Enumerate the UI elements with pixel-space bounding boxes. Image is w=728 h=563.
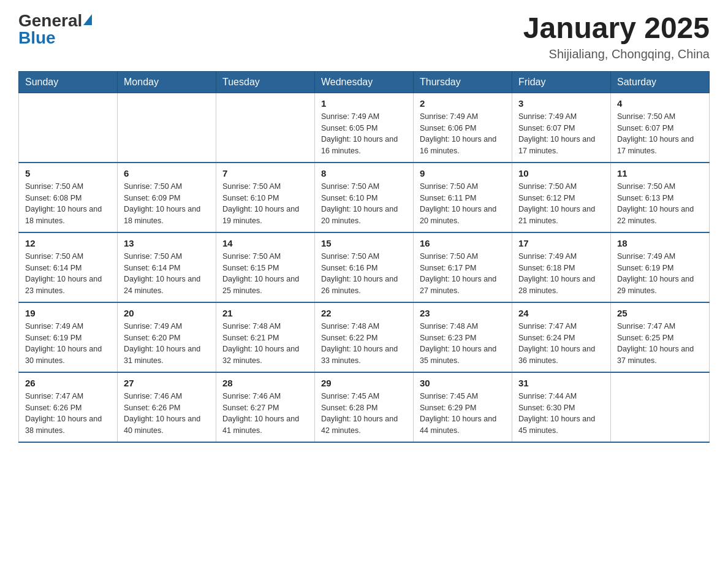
day-number: 7: [222, 168, 308, 178]
sun-info: Sunrise: 7:50 AMSunset: 6:15 PMDaylight:…: [222, 251, 308, 297]
table-row: [19, 93, 118, 163]
table-row: 8Sunrise: 7:50 AMSunset: 6:10 PMDaylight…: [315, 163, 414, 232]
sun-info: Sunrise: 7:50 AMSunset: 6:08 PMDaylight:…: [25, 181, 111, 227]
calendar-week-5: 26Sunrise: 7:47 AMSunset: 6:26 PMDayligh…: [19, 372, 710, 442]
sun-info: Sunrise: 7:47 AMSunset: 6:26 PMDaylight:…: [25, 391, 111, 437]
sun-info: Sunrise: 7:50 AMSunset: 6:11 PMDaylight:…: [420, 181, 506, 227]
table-row: 7Sunrise: 7:50 AMSunset: 6:10 PMDaylight…: [216, 163, 315, 232]
header-monday: Monday: [118, 71, 216, 93]
sun-info: Sunrise: 7:50 AMSunset: 6:09 PMDaylight:…: [124, 181, 210, 227]
sun-info: Sunrise: 7:49 AMSunset: 6:05 PMDaylight:…: [321, 111, 407, 157]
day-number: 1: [321, 98, 407, 109]
sun-info: Sunrise: 7:46 AMSunset: 6:26 PMDaylight:…: [124, 391, 210, 437]
day-number: 16: [420, 238, 506, 248]
day-number: 18: [617, 238, 703, 248]
day-number: 8: [321, 168, 407, 178]
sun-info: Sunrise: 7:49 AMSunset: 6:19 PMDaylight:…: [617, 251, 703, 297]
day-number: 3: [518, 98, 604, 109]
day-number: 27: [124, 378, 210, 388]
day-number: 4: [617, 98, 703, 109]
table-row: 2Sunrise: 7:49 AMSunset: 6:06 PMDaylight…: [414, 93, 512, 163]
table-row: 15Sunrise: 7:50 AMSunset: 6:16 PMDayligh…: [315, 232, 414, 302]
sun-info: Sunrise: 7:50 AMSunset: 6:14 PMDaylight:…: [25, 251, 111, 297]
table-row: 6Sunrise: 7:50 AMSunset: 6:09 PMDaylight…: [118, 163, 216, 232]
calendar-week-4: 19Sunrise: 7:49 AMSunset: 6:19 PMDayligh…: [19, 302, 710, 372]
sun-info: Sunrise: 7:47 AMSunset: 6:24 PMDaylight:…: [518, 321, 604, 367]
day-number: 6: [124, 168, 210, 178]
logo-blue-text: Blue: [18, 28, 56, 47]
table-row: 4Sunrise: 7:50 AMSunset: 6:07 PMDaylight…: [611, 93, 710, 163]
table-row: 21Sunrise: 7:48 AMSunset: 6:21 PMDayligh…: [216, 302, 315, 372]
day-number: 21: [222, 308, 308, 318]
logo: General Blue: [18, 12, 92, 47]
day-number: 29: [321, 378, 407, 388]
day-number: 10: [518, 168, 604, 178]
month-title: January 2025: [523, 12, 710, 45]
day-number: 28: [222, 378, 308, 388]
sun-info: Sunrise: 7:50 AMSunset: 6:07 PMDaylight:…: [617, 111, 703, 157]
table-row: 1Sunrise: 7:49 AMSunset: 6:05 PMDaylight…: [315, 93, 414, 163]
sun-info: Sunrise: 7:48 AMSunset: 6:21 PMDaylight:…: [222, 321, 308, 367]
day-number: 22: [321, 308, 407, 318]
table-row: [216, 93, 315, 163]
table-row: 18Sunrise: 7:49 AMSunset: 6:19 PMDayligh…: [611, 232, 710, 302]
table-row: 16Sunrise: 7:50 AMSunset: 6:17 PMDayligh…: [414, 232, 512, 302]
day-number: 14: [222, 238, 308, 248]
table-row: 13Sunrise: 7:50 AMSunset: 6:14 PMDayligh…: [118, 232, 216, 302]
day-number: 15: [321, 238, 407, 248]
day-number: 11: [617, 168, 703, 178]
calendar-header-row: Sunday Monday Tuesday Wednesday Thursday…: [19, 71, 710, 93]
table-row: 30Sunrise: 7:45 AMSunset: 6:29 PMDayligh…: [414, 372, 512, 442]
table-row: 11Sunrise: 7:50 AMSunset: 6:13 PMDayligh…: [611, 163, 710, 232]
title-block: January 2025 Shijialiang, Chongqing, Chi…: [523, 12, 710, 61]
sun-info: Sunrise: 7:47 AMSunset: 6:25 PMDaylight:…: [617, 321, 703, 367]
sun-info: Sunrise: 7:50 AMSunset: 6:13 PMDaylight:…: [617, 181, 703, 227]
sun-info: Sunrise: 7:46 AMSunset: 6:27 PMDaylight:…: [222, 391, 308, 437]
calendar-week-2: 5Sunrise: 7:50 AMSunset: 6:08 PMDaylight…: [19, 163, 710, 232]
table-row: 27Sunrise: 7:46 AMSunset: 6:26 PMDayligh…: [118, 372, 216, 442]
page-header: General Blue January 2025 Shijialiang, C…: [18, 12, 710, 61]
sun-info: Sunrise: 7:45 AMSunset: 6:29 PMDaylight:…: [420, 391, 506, 437]
table-row: 31Sunrise: 7:44 AMSunset: 6:30 PMDayligh…: [512, 372, 611, 442]
sun-info: Sunrise: 7:49 AMSunset: 6:06 PMDaylight:…: [420, 111, 506, 157]
day-number: 31: [518, 378, 604, 388]
day-number: 30: [420, 378, 506, 388]
table-row: 24Sunrise: 7:47 AMSunset: 6:24 PMDayligh…: [512, 302, 611, 372]
table-row: 26Sunrise: 7:47 AMSunset: 6:26 PMDayligh…: [19, 372, 118, 442]
table-row: 19Sunrise: 7:49 AMSunset: 6:19 PMDayligh…: [19, 302, 118, 372]
day-number: 19: [25, 308, 111, 318]
sun-info: Sunrise: 7:45 AMSunset: 6:28 PMDaylight:…: [321, 391, 407, 437]
table-row: 3Sunrise: 7:49 AMSunset: 6:07 PMDaylight…: [512, 93, 611, 163]
day-number: 13: [124, 238, 210, 248]
table-row: 12Sunrise: 7:50 AMSunset: 6:14 PMDayligh…: [19, 232, 118, 302]
table-row: 22Sunrise: 7:48 AMSunset: 6:22 PMDayligh…: [315, 302, 414, 372]
table-row: [118, 93, 216, 163]
calendar-table: Sunday Monday Tuesday Wednesday Thursday…: [18, 71, 710, 443]
day-number: 23: [420, 308, 506, 318]
table-row: 14Sunrise: 7:50 AMSunset: 6:15 PMDayligh…: [216, 232, 315, 302]
day-number: 20: [124, 308, 210, 318]
table-row: 29Sunrise: 7:45 AMSunset: 6:28 PMDayligh…: [315, 372, 414, 442]
table-row: 10Sunrise: 7:50 AMSunset: 6:12 PMDayligh…: [512, 163, 611, 232]
day-number: 26: [25, 378, 111, 388]
sun-info: Sunrise: 7:50 AMSunset: 6:17 PMDaylight:…: [420, 251, 506, 297]
sun-info: Sunrise: 7:50 AMSunset: 6:10 PMDaylight:…: [222, 181, 308, 227]
day-number: 5: [25, 168, 111, 178]
table-row: 17Sunrise: 7:49 AMSunset: 6:18 PMDayligh…: [512, 232, 611, 302]
sun-info: Sunrise: 7:48 AMSunset: 6:23 PMDaylight:…: [420, 321, 506, 367]
sun-info: Sunrise: 7:49 AMSunset: 6:07 PMDaylight:…: [518, 111, 604, 157]
sun-info: Sunrise: 7:49 AMSunset: 6:18 PMDaylight:…: [518, 251, 604, 297]
table-row: 23Sunrise: 7:48 AMSunset: 6:23 PMDayligh…: [414, 302, 512, 372]
calendar-week-1: 1Sunrise: 7:49 AMSunset: 6:05 PMDaylight…: [19, 93, 710, 163]
table-row: 28Sunrise: 7:46 AMSunset: 6:27 PMDayligh…: [216, 372, 315, 442]
day-number: 2: [420, 98, 506, 109]
day-number: 17: [518, 238, 604, 248]
calendar-week-3: 12Sunrise: 7:50 AMSunset: 6:14 PMDayligh…: [19, 232, 710, 302]
logo-general-text: General: [18, 11, 82, 30]
day-number: 9: [420, 168, 506, 178]
table-row: 5Sunrise: 7:50 AMSunset: 6:08 PMDaylight…: [19, 163, 118, 232]
header-wednesday: Wednesday: [315, 71, 414, 93]
header-friday: Friday: [512, 71, 611, 93]
header-tuesday: Tuesday: [216, 71, 315, 93]
header-saturday: Saturday: [611, 71, 710, 93]
